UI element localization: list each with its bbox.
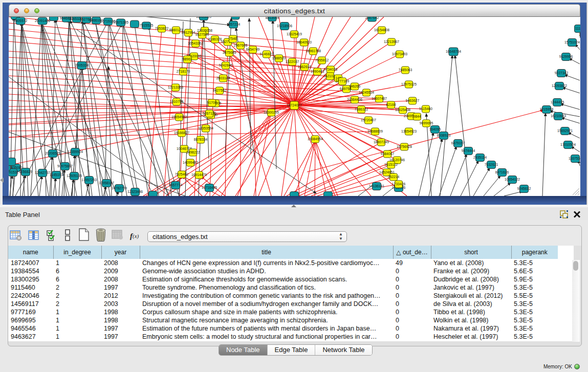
svg-text:1615112: 1615112 bbox=[384, 163, 398, 166]
svg-text:9657774: 9657774 bbox=[169, 183, 183, 187]
svg-text:1112: 1112 bbox=[575, 27, 580, 30]
svg-text:2967608: 2967608 bbox=[234, 43, 248, 47]
svg-text:164095: 164095 bbox=[429, 127, 441, 131]
svg-text:9242845: 9242845 bbox=[219, 63, 233, 67]
svg-text:2005334: 2005334 bbox=[75, 63, 89, 67]
svg-text:1244415: 1244415 bbox=[551, 100, 564, 104]
svg-text:7625402: 7625402 bbox=[175, 172, 189, 176]
svg-text:12093822: 12093822 bbox=[552, 84, 567, 87]
svg-text:19166827: 19166827 bbox=[174, 131, 189, 135]
svg-text:16648784: 16648784 bbox=[446, 50, 461, 53]
svg-text:9115460: 9115460 bbox=[419, 107, 432, 111]
svg-text:12213363: 12213363 bbox=[168, 85, 183, 89]
svg-text:3875685: 3875685 bbox=[223, 51, 236, 54]
svg-text:10671385: 10671385 bbox=[113, 20, 128, 24]
svg-text:8878334: 8878334 bbox=[194, 138, 208, 141]
svg-text:19384554: 19384554 bbox=[308, 137, 323, 141]
svg-text:7485063: 7485063 bbox=[399, 68, 412, 72]
svg-text:15751024: 15751024 bbox=[564, 40, 580, 44]
svg-text:18724007: 18724007 bbox=[287, 103, 302, 107]
svg-text:20091406: 20091406 bbox=[35, 19, 50, 23]
svg-text:9384067: 9384067 bbox=[381, 152, 395, 156]
svg-text:12505135: 12505135 bbox=[67, 174, 82, 178]
svg-text:991531: 991531 bbox=[9, 170, 19, 174]
svg-text:10654122: 10654122 bbox=[505, 178, 520, 181]
svg-text:9734028: 9734028 bbox=[324, 68, 338, 71]
svg-text:746266: 746266 bbox=[349, 84, 361, 88]
svg-text:5267130: 5267130 bbox=[203, 112, 216, 115]
svg-text:7632621: 7632621 bbox=[485, 163, 498, 166]
svg-text:3498222: 3498222 bbox=[186, 150, 200, 154]
svg-text:9527509: 9527509 bbox=[195, 33, 209, 36]
svg-text:2718170: 2718170 bbox=[177, 70, 190, 73]
svg-text:8912954: 8912954 bbox=[182, 31, 195, 34]
svg-text:9844: 9844 bbox=[413, 115, 421, 118]
svg-text:16914479: 16914479 bbox=[191, 173, 207, 177]
svg-text:91700: 91700 bbox=[207, 101, 217, 104]
svg-text:8938923: 8938923 bbox=[437, 134, 451, 137]
svg-text:1167534: 1167534 bbox=[569, 157, 580, 160]
svg-text:12353594: 12353594 bbox=[198, 126, 213, 130]
svg-text:252214: 252214 bbox=[388, 175, 400, 179]
svg-text:17359924: 17359924 bbox=[68, 150, 83, 154]
svg-text:113254: 113254 bbox=[579, 33, 580, 36]
svg-text:13654923: 13654923 bbox=[401, 129, 417, 133]
svg-text:62160: 62160 bbox=[386, 103, 396, 106]
svg-text:8660123: 8660123 bbox=[169, 28, 183, 32]
svg-text:8471626: 8471626 bbox=[495, 170, 509, 174]
svg-text:1588520: 1588520 bbox=[272, 56, 286, 60]
svg-text:10973493: 10973493 bbox=[392, 52, 407, 56]
svg-text:17957253: 17957253 bbox=[81, 178, 97, 182]
svg-text:7653822: 7653822 bbox=[155, 27, 169, 30]
svg-text:16210643: 16210643 bbox=[551, 114, 566, 118]
svg-text:90975887: 90975887 bbox=[57, 164, 73, 168]
svg-text:18807249: 18807249 bbox=[374, 140, 389, 144]
svg-text:12323446: 12323446 bbox=[127, 190, 143, 193]
svg-text:15692971: 15692971 bbox=[557, 129, 573, 133]
svg-text:16053809: 16053809 bbox=[196, 17, 211, 18]
svg-text:13716485: 13716485 bbox=[202, 186, 217, 189]
svg-text:20364436: 20364436 bbox=[347, 98, 362, 101]
svg-text:9129996: 9129996 bbox=[559, 55, 573, 58]
svg-text:12975125: 12975125 bbox=[401, 82, 417, 86]
svg-text:10688609: 10688609 bbox=[367, 129, 383, 133]
svg-text:10543362: 10543362 bbox=[188, 41, 203, 45]
svg-text:19654982: 19654982 bbox=[171, 115, 187, 119]
svg-text:19756928: 19756928 bbox=[397, 145, 412, 148]
svg-text:1010755: 1010755 bbox=[170, 100, 184, 103]
svg-text:3215958: 3215958 bbox=[540, 107, 554, 111]
svg-text:20206578: 20206578 bbox=[45, 151, 60, 155]
svg-text:1145193: 1145193 bbox=[50, 173, 63, 177]
svg-text:7515525: 7515525 bbox=[140, 24, 154, 27]
svg-text:1156829: 1156829 bbox=[19, 170, 32, 173]
svg-text:15720407: 15720407 bbox=[361, 118, 376, 122]
svg-text:14099483: 14099483 bbox=[183, 161, 198, 164]
svg-text:13325419: 13325419 bbox=[287, 32, 302, 36]
svg-text:16154808: 16154808 bbox=[374, 28, 389, 32]
svg-text:2405572: 2405572 bbox=[14, 19, 28, 23]
svg-text:9245612: 9245612 bbox=[517, 187, 531, 190]
svg-text:9227342: 9227342 bbox=[555, 71, 569, 75]
svg-text:2803144: 2803144 bbox=[216, 76, 230, 80]
svg-text:8427552: 8427552 bbox=[213, 89, 227, 92]
svg-text:8454749: 8454749 bbox=[246, 48, 260, 51]
svg-text:2087642: 2087642 bbox=[365, 17, 379, 19]
svg-text:9474444: 9474444 bbox=[462, 149, 475, 152]
svg-text:9146821: 9146821 bbox=[260, 52, 274, 56]
svg-text:9777169: 9777169 bbox=[336, 79, 350, 83]
svg-text:14136141: 14136141 bbox=[369, 184, 384, 188]
svg-text:98961: 98961 bbox=[183, 57, 192, 61]
svg-text:12213967: 12213967 bbox=[384, 40, 399, 43]
svg-text:7546: 7546 bbox=[229, 37, 236, 40]
svg-text:7386322: 7386322 bbox=[355, 107, 368, 111]
svg-text:18300295: 18300295 bbox=[264, 111, 279, 114]
svg-text:6479197: 6479197 bbox=[451, 141, 465, 145]
svg-text:1322037: 1322037 bbox=[286, 60, 299, 63]
svg-text:17010504: 17010504 bbox=[560, 143, 576, 146]
svg-text:10607487: 10607487 bbox=[372, 97, 387, 100]
svg-text:1990443: 1990443 bbox=[311, 70, 324, 73]
svg-text:8813054: 8813054 bbox=[266, 17, 279, 19]
svg-text:7357224: 7357224 bbox=[227, 23, 241, 26]
svg-text:12942737: 12942737 bbox=[35, 171, 50, 174]
svg-text:16640910: 16640910 bbox=[296, 40, 312, 44]
